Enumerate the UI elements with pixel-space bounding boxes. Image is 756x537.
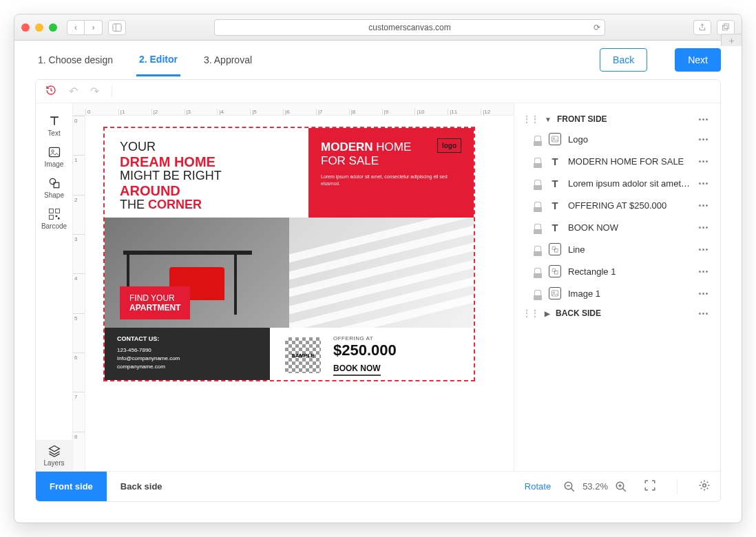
lock-icon[interactable]: [534, 268, 542, 275]
layer-row[interactable]: TMODERN HOME FOR SALE: [520, 150, 715, 172]
layer-label: Rectangle 1: [568, 266, 692, 277]
more-icon[interactable]: [699, 313, 713, 315]
contact-phone: 123-456-7890: [117, 346, 258, 355]
layer-label: Logo: [568, 134, 692, 145]
step-approval[interactable]: 3. Approval: [201, 45, 255, 75]
design-artboard[interactable]: logo YOUR DREAM HOME MIGHT BE RIGHT AROU…: [103, 127, 475, 381]
stage[interactable]: logo YOUR DREAM HOME MIGHT BE RIGHT AROU…: [85, 116, 514, 471]
more-icon[interactable]: [699, 293, 713, 295]
svg-rect-4: [49, 147, 59, 156]
lock-icon[interactable]: [534, 290, 542, 297]
back-side-header[interactable]: ⋮⋮ ▶ BACK SIDE: [520, 304, 715, 322]
ruler-vertical: 012345678: [73, 116, 85, 471]
undo-button[interactable]: ↶: [69, 85, 78, 98]
offering-label: OFFERING AT: [333, 335, 397, 341]
svg-rect-19: [552, 291, 558, 296]
browser-window: ‹ › customerscanvas.com ⟳ + 1. Choose de…: [14, 14, 742, 523]
chevron-right-icon[interactable]: ▶: [545, 310, 550, 317]
more-icon[interactable]: [699, 249, 713, 251]
qr-price-block[interactable]: OFFERING AT $250.000 BOOK NOW: [270, 328, 474, 381]
headline-2: DREAM HOME: [120, 154, 308, 169]
drag-handle-icon[interactable]: ⋮⋮: [523, 114, 539, 124]
close-window-icon[interactable]: [21, 23, 30, 32]
lock-icon[interactable]: [534, 158, 542, 165]
more-icon[interactable]: [699, 227, 713, 229]
layer-row[interactable]: TOFFERING AT $250.000: [520, 194, 715, 216]
nav-back-button[interactable]: ‹: [67, 20, 85, 35]
headline-block[interactable]: YOUR DREAM HOME MIGHT BE RIGHT AROUND TH…: [105, 128, 308, 218]
contact-block[interactable]: CONTACT US: 123-456-7890 Info@companynam…: [105, 328, 270, 381]
tool-layers[interactable]: Layers: [36, 440, 72, 471]
svg-point-15: [552, 246, 556, 250]
more-icon[interactable]: [699, 204, 713, 207]
layer-row[interactable]: Image 1: [520, 282, 715, 304]
headline-3: MIGHT BE RIGHT: [120, 169, 308, 183]
tool-barcode-label: Barcode: [41, 222, 67, 230]
more-icon[interactable]: [699, 160, 713, 162]
tool-strip: Text Image Shape Barcode: [36, 103, 73, 471]
rotate-button[interactable]: Rotate: [525, 481, 551, 492]
new-tab-button[interactable]: +: [721, 34, 742, 46]
layer-label: OFFERING AT $250.000: [568, 200, 692, 211]
layer-row[interactable]: Logo: [520, 128, 715, 150]
tab-back-side[interactable]: Back side: [107, 472, 176, 501]
next-button[interactable]: Next: [675, 48, 721, 72]
more-icon[interactable]: [699, 271, 713, 273]
logo-placeholder[interactable]: logo: [437, 138, 461, 153]
history-icon[interactable]: [45, 85, 56, 98]
lock-icon[interactable]: [534, 224, 542, 231]
browser-titlebar: ‹ › customerscanvas.com ⟳ +: [14, 14, 742, 41]
tabs-button[interactable]: [717, 20, 735, 35]
tool-shape-label: Shape: [44, 191, 64, 199]
layer-row[interactable]: Rectangle 1: [520, 260, 715, 282]
contact-email: Info@companyname.com: [117, 355, 258, 363]
svg-rect-8: [49, 209, 53, 213]
steps-bar: 1. Choose design 2. Editor 3. Approval B…: [14, 41, 742, 79]
tool-barcode[interactable]: Barcode: [36, 203, 72, 234]
step-editor[interactable]: 2. Editor: [136, 44, 180, 76]
tool-image[interactable]: Image: [36, 141, 72, 172]
layer-row[interactable]: Line: [520, 238, 715, 260]
tab-front-side[interactable]: Front side: [36, 472, 107, 501]
svg-rect-3: [724, 23, 729, 28]
svg-line-25: [622, 488, 626, 492]
zoom-value: 53.2%: [582, 481, 608, 492]
more-icon[interactable]: [699, 182, 713, 185]
book-now: BOOK NOW: [333, 364, 381, 376]
layer-label: Line: [568, 244, 692, 255]
more-icon[interactable]: [699, 138, 713, 140]
layer-row[interactable]: TBOOK NOW: [520, 216, 715, 238]
redo-button[interactable]: ↷: [90, 85, 99, 98]
lock-icon[interactable]: [534, 202, 542, 209]
maximize-window-icon[interactable]: [49, 23, 57, 32]
share-button[interactable]: [693, 20, 711, 35]
zoom-in-icon[interactable]: [615, 481, 627, 493]
tool-text[interactable]: Text: [36, 110, 72, 141]
step-choose-design[interactable]: 1. Choose design: [35, 45, 116, 75]
chevron-down-icon[interactable]: ▼: [545, 116, 552, 123]
back-button[interactable]: Back: [600, 48, 647, 72]
tool-image-label: Image: [45, 160, 64, 168]
lock-icon[interactable]: [534, 246, 542, 253]
nav-forward-button[interactable]: ›: [85, 20, 103, 35]
minimize-window-icon[interactable]: [35, 23, 43, 32]
url-bar[interactable]: customerscanvas.com ⟳: [214, 19, 605, 36]
front-side-header[interactable]: ⋮⋮ ▼ FRONT SIDE: [520, 110, 715, 128]
settings-icon[interactable]: [698, 479, 711, 494]
reload-icon[interactable]: ⟳: [594, 23, 600, 32]
ruler-horizontal: 0|1|2|3|4|5|6|7|8|9|10|11|12: [73, 103, 514, 116]
drag-handle-icon[interactable]: ⋮⋮: [523, 308, 539, 318]
lock-icon[interactable]: [534, 136, 542, 143]
contact-title: CONTACT US:: [117, 335, 258, 344]
layer-label: BOOK NOW: [568, 222, 692, 233]
lock-icon[interactable]: [534, 180, 542, 187]
more-icon[interactable]: [699, 118, 713, 120]
tool-shape[interactable]: Shape: [36, 172, 72, 203]
zoom-out-icon[interactable]: [563, 481, 576, 493]
building-image[interactable]: [289, 218, 474, 328]
sidebar-toggle-button[interactable]: [108, 20, 126, 35]
layer-row[interactable]: TLorem ipsum adolor sit amet, cons...: [520, 172, 715, 194]
svg-rect-10: [49, 215, 53, 220]
find-apartment-box[interactable]: FIND YOUR APARTMENT: [120, 286, 190, 319]
fit-screen-icon[interactable]: [644, 479, 656, 494]
